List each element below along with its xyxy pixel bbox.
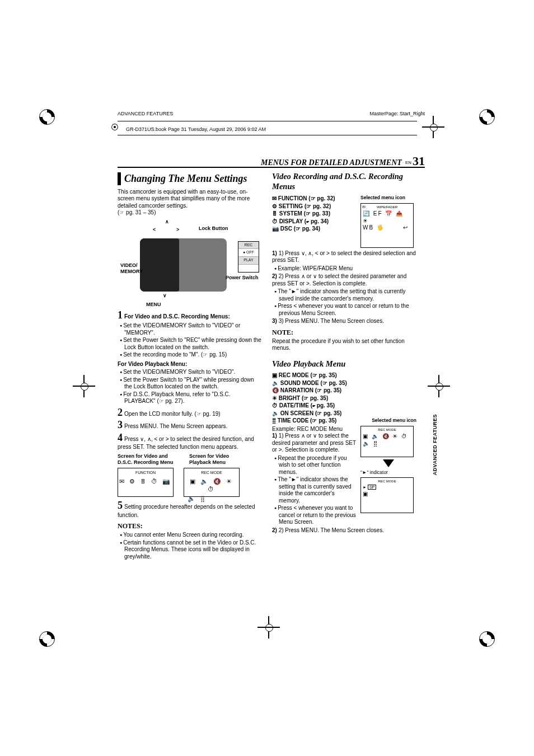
heading-video-rec: Video Recording and D.S.C. Recording Men… — [272, 171, 416, 191]
menu-setting: ⚙ SETTING (☞ pg. 32) — [272, 203, 355, 210]
intro-text: This camcorder is equipped with an easy-… — [118, 189, 262, 210]
vpm-heading: For Video Playback Menu: — [118, 361, 262, 368]
menu-system: 🎚 SYSTEM (☞ pg. 33) — [272, 210, 355, 218]
registration-mark — [479, 109, 495, 125]
menu-box-recmode: REC MODE ▣ 🔈 🔇 ☀ ⏱ 🔈 ⣿ — [184, 468, 240, 497]
section-title: MENUS FOR DETAILED ADJUSTMENT — [261, 158, 402, 167]
selected-icon-label: Selected menu icon — [360, 195, 416, 201]
book-info: GR-D371US.book Page 31 Tuesday, August 2… — [126, 126, 266, 132]
menu-function: ✉ FUNCTION (☞ pg. 32) — [272, 195, 355, 203]
pm-recmode: ▣ REC MODE (☞ pg. 35) — [272, 372, 416, 379]
step1-heading: For Video and D.S.C. Recording Menus: — [124, 313, 230, 320]
header-right: MasterPage: Start_Right — [369, 111, 425, 116]
header-left: ADVANCED FEATURES — [118, 111, 173, 116]
lang-code: EN — [405, 160, 411, 165]
pm-onscreen: 🔈 ON SCREEN (☞ pg. 35) — [272, 410, 416, 417]
step2: Open the LCD monitor fully. (☞ pg. 19) — [124, 411, 221, 417]
wipe-fader-box: ✉ WIPE/FADER 🔄 EF 📅 📤 ☀ WB 🖐 ↩ — [360, 203, 414, 248]
step5: Setting procedure hereafter depends on t… — [118, 504, 255, 518]
crop-mark — [73, 375, 95, 397]
notes-heading: NOTES: — [118, 522, 262, 530]
step-r3: 3) 3) Press MENU. The Menu Screen closes… — [272, 318, 416, 325]
camcorder-illustration: ∧ < > ∨ Lock Button Power Switch VIDEO/ … — [120, 219, 259, 306]
registration-mark — [39, 631, 55, 647]
indicator-label: "►" indicator — [360, 469, 416, 476]
notes-list: You cannot enter Menu Screen during reco… — [118, 532, 262, 560]
step4: Press ∨, ∧, < or > to select the desired… — [118, 436, 254, 450]
registration-mark — [479, 631, 495, 647]
menu-dsc: 📷 DSC (☞ pg. 34) — [272, 226, 355, 233]
recmode-box-1: REC MODE ▣ 🔈 🔇 ☀ ⏱ 🔈 ⣿ — [360, 426, 414, 457]
example2: Example: REC MODE Menu — [272, 426, 356, 433]
screen-label-right: Screen for Video Playback Menu — [189, 453, 251, 466]
p-step2: 2) 2) Press MENU. The Menu Screen closes… — [272, 527, 416, 534]
step3: Press MENU. The Menu Screen appears. — [124, 423, 227, 429]
step-r2-list: The "►" indicator shows the setting that… — [272, 288, 416, 317]
registration-mark — [39, 109, 55, 125]
crop-mark — [257, 616, 280, 638]
pm-bright: ☀ BRIGHT (☞ pg. 35) — [272, 395, 416, 402]
note-heading: NOTE: — [272, 328, 416, 337]
section-rule — [118, 167, 425, 168]
heading-video-playback: Video Playback Menu — [272, 359, 416, 369]
step-r2: 2) 2) Press ∧ or ∨ to select the desired… — [272, 273, 416, 287]
menu-display: ⏱ DISPLAY (☞ pg. 34) — [272, 218, 355, 226]
crop-mark — [422, 116, 444, 138]
heading-changing-menu: Changing The Menu Settings — [118, 172, 262, 185]
selected-icon-label-2: Selected menu icon — [372, 417, 416, 425]
menu-box-function: FUNCTION ✉ ⚙ 🎚 ⏱ 📷 — [118, 468, 174, 497]
step-r1: 1) 1) Press ∨, ∧, < or > to select the d… — [272, 250, 416, 264]
step1-list: Set the VIDEO/MEMORY Switch to "VIDEO" o… — [118, 322, 262, 359]
note-text: Repeat the procedure if you wish to set … — [272, 338, 416, 352]
pm-narration: 🔇 NARRATION (☞ pg. 35) — [272, 387, 416, 395]
intro-ref: (☞ pg. 31 – 35) — [118, 209, 262, 217]
side-tab-label: ADVANCED FEATURES — [432, 414, 438, 475]
pm-sound: 🔈 SOUND MODE (☞ pg. 35) — [272, 380, 416, 387]
recmode-box-2: REC MODE ► SP ▣ — [360, 477, 414, 513]
bookmark-icon: ⦿ — [111, 123, 119, 132]
p-step1: 1) 1) Press ∧ or ∨ to select the desired… — [272, 433, 356, 454]
crop-mark — [428, 375, 450, 397]
step-r1-ex: Example: WIPE/FADER Menu — [279, 265, 416, 273]
screen-label-left: Screen for Video and D.S.C. Recording Me… — [118, 453, 179, 466]
vpm-list: Set the VIDEO/MEMORY Switch to "VIDEO". … — [118, 369, 262, 405]
p-step1-list: Repeat the procedure if you wish to set … — [272, 455, 356, 526]
pm-timecode: ⣿ TIME CODE (☞ pg. 35) — [272, 417, 336, 425]
pm-datetime: ⏱ DATE/TIME (☞ pg. 35) — [272, 402, 416, 410]
down-arrow-icon — [383, 459, 394, 467]
